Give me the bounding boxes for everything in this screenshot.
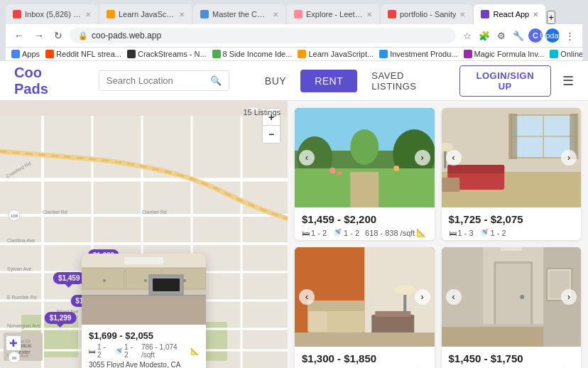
map-pin-7[interactable]: $1,299 [45,312,77,324]
tab-close[interactable]: ✕ [459,11,465,18]
bookmark-magic[interactable]: Magic Formula Inv... [464,50,545,58]
listing-card-3[interactable]: ‹ › $1,300 - $1,850 🛏 1 - 2 🚿 1 - 2 650 … [295,247,435,368]
tab-close[interactable]: ✕ [85,11,91,18]
popup-beds: 🛏 1 - 2 [89,343,110,359]
svg-point-60 [330,168,335,173]
svg-rect-81 [307,301,364,311]
svg-point-87 [394,285,415,295]
url-text: coo-pads.web.app [92,31,161,40]
listing-card-4[interactable]: ‹ › $1,450 - $1,750 🛏 1 - 2 🚿 1 - 2 620 … [442,247,582,368]
svg-rect-76 [442,178,459,192]
search-input[interactable] [107,75,206,86]
search-bar[interactable]: 🔍 [99,70,229,91]
listing-next-4[interactable]: › [561,289,577,305]
tab-inbox[interactable]: Inbox (5,826) - cody.rod5... ✕ [6,4,98,24]
refresh-button[interactable]: ↻ [51,28,65,43]
zoom-out-button[interactable]: − [263,126,280,143]
bookmark-learnjs[interactable]: Learn JavaScript... [298,50,374,58]
bookmarks-bar: Apps Reddit NFL strea... CrackStreams - … [6,48,582,61]
bookmark-label: Magic Formula Inv... [474,50,545,58]
map-container[interactable]: Medical Center Crawford Rd Claribel Rd C… [0,101,288,368]
login-button[interactable]: LOGIN/SIGN UP [459,65,551,97]
bookmark-8side[interactable]: 8 Side Income Ide... [212,50,293,58]
svg-text:99: 99 [12,356,17,360]
bookmark-label: CrackStreams - N... [138,50,207,58]
tab-close[interactable]: ✕ [366,11,372,18]
app-header: Coo Pads 🔍 BUY RENT SAVED LISTINGS LOGIN… [0,61,588,101]
rent-nav-button[interactable]: RENT [300,70,357,92]
address-bar[interactable]: 🔒 coo-pads.web.app [70,28,456,43]
tab-react-app[interactable]: React App ✕ [474,4,545,24]
sqft-spec: 618 - 838 /sqft 📐 [365,228,426,237]
listing-prev-4[interactable]: ‹ [446,289,462,305]
listing-next-1[interactable]: › [415,150,430,166]
svg-point-40 [183,279,186,282]
tab-label: Inbox (5,826) - cody.rod5... [25,10,82,18]
svg-rect-95 [501,247,522,251]
tab-leetcode[interactable]: Explore - LeetCode ✕ [287,4,379,24]
tab-close[interactable]: ✕ [273,11,278,18]
popup-details: 🛏 1 - 2 🚿 1 - 2 786 - 1,074 /sqft 📐 [89,343,199,359]
bookmark-label: Apps [22,50,40,58]
income-icon [212,50,221,58]
listing-card-1[interactable]: ‹ › $1,459 - $2,200 🛏 1 - 2 🚿 1 - 2 618 … [295,108,435,240]
listing-price-4: $1,450 - $1,750 [449,352,575,364]
bookmark-apps[interactable]: Apps [11,50,40,58]
saved-listings-link[interactable]: SAVED LISTINGS [371,70,447,92]
popup-baths: 🚿 1 - 2 [114,343,137,359]
bookmark-reddit[interactable]: Reddit NFL strea... [45,50,121,58]
tab-sanity[interactable]: portfolio - Sanity ✕ [381,4,472,24]
svg-text:Claribel Rd: Claribel Rd [43,210,67,215]
svg-rect-44 [82,301,206,325]
sqft-icon: 📐 [416,228,426,237]
hamburger-icon[interactable]: ☰ [562,73,574,89]
update-button[interactable]: Update [545,28,560,43]
bookmark-crackstreams[interactable]: CrackStreams - N... [127,50,207,58]
svg-text:Claritina Ave: Claritina Ave [7,238,35,243]
map-popup[interactable]: $1,699 - $2,055 🛏 1 - 2 🚿 1 - 2 786 - 1,… [82,254,206,368]
buy-nav-button[interactable]: BUY [251,70,300,92]
bookmark-star[interactable]: ☆ [460,28,474,43]
listing-prev-1[interactable]: ‹ [299,150,315,166]
tab-favicon [13,10,21,18]
listing-price-3: $1,300 - $1,850 [302,352,428,364]
svg-rect-82 [309,311,327,331]
tab-close[interactable]: ✕ [179,11,185,18]
bath-icon: 🚿 [332,228,342,237]
beds-spec: 🛏 1 - 2 [302,229,327,237]
tab-coding[interactable]: Master the Coding Intervi... ✕ [193,4,285,24]
listings-count [249,108,258,111]
bookmark-checking[interactable]: Online Checking A... [550,50,582,58]
listing-next-3[interactable]: › [415,289,430,305]
app-logo[interactable]: Coo Pads [14,65,77,97]
listing-prev-2[interactable]: ‹ [446,150,462,166]
bookmark-investment[interactable]: Investment Produ... [379,50,457,58]
bank-icon [550,50,558,58]
listing-specs-1: 🛏 1 - 2 🚿 1 - 2 618 - 838 /sqft 📐 [302,228,428,237]
zoom-in-button[interactable]: + [263,109,280,126]
listing-card-2[interactable]: ‹ › $1,725 - $2,075 🛏 1 - 3 🚿 1 - 2 707 … [442,108,582,240]
tab-learn-js[interactable]: Learn JavaScript, Front-E... ✕ [99,4,192,24]
tab-label: Explore - LeetCode [306,10,363,18]
new-tab-button[interactable]: + [547,11,555,24]
tab-favicon [294,10,303,18]
extension3[interactable]: 🔧 [511,28,526,43]
extension2[interactable]: ⚙ [494,28,508,43]
back-button[interactable]: ← [11,28,27,43]
svg-point-38 [103,279,106,282]
menu-button[interactable]: ⋮ [562,28,577,43]
listings-panel: ‹ › $1,459 - $2,200 🛏 1 - 2 🚿 1 - 2 618 … [288,101,588,368]
tab-close[interactable]: ✕ [533,11,538,18]
svg-text:Sylvan Ave: Sylvan Ave [7,266,32,272]
emergency-button[interactable]: ✚ [6,335,21,351]
extension1[interactable]: 🧩 [477,28,491,43]
map-pin-2[interactable]: $1,459 [53,272,85,284]
svg-rect-73 [447,165,504,173]
listing-prev-3[interactable]: ‹ [299,289,315,305]
sqft-icon: 📐 [190,347,199,355]
bookmark-label: Online Checking A... [560,50,582,58]
svg-text:Norwegian Ave: Norwegian Ave [7,323,40,329]
learnjs-icon [298,50,306,58]
listing-next-2[interactable]: › [561,150,577,166]
forward-button[interactable]: → [31,28,47,43]
